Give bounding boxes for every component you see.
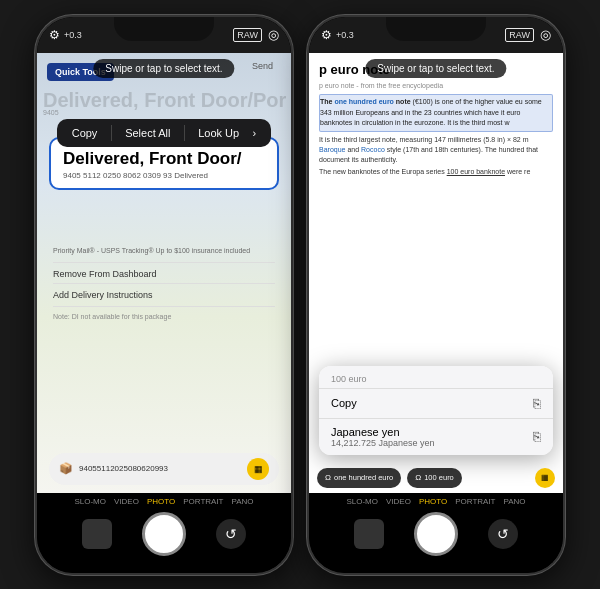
popup-copy-label: Copy xyxy=(331,397,357,409)
camera-modes-2: SLO-MO VIDEO PHOTO PORTRAIT PANO xyxy=(346,497,525,506)
settings-icon-1[interactable]: ⚙ xyxy=(49,28,60,42)
mode-video-2[interactable]: VIDEO xyxy=(386,497,411,506)
menu-divider-2 xyxy=(184,125,185,141)
look-up-button[interactable]: Look Up xyxy=(198,127,239,139)
mode-photo-1[interactable]: PHOTO xyxy=(147,497,175,506)
mode-pano-2[interactable]: PANO xyxy=(504,497,526,506)
shutter-button-1[interactable] xyxy=(142,512,186,556)
phone-2-screen: ⚙ +0.3 ▲ RAW ◎ Swipe or tap to select te… xyxy=(309,17,563,573)
pill-1-text: one hundred euro xyxy=(334,473,393,482)
popup-yen-sub: 14,212.725 Japanese yen xyxy=(331,438,435,448)
delivery-title: Delivered, Front Door/ xyxy=(63,149,265,169)
add-instructions[interactable]: Add Delivery Instructions xyxy=(53,290,275,300)
popup-header: 100 euro xyxy=(319,366,553,388)
raw-badge-2[interactable]: RAW xyxy=(505,28,534,42)
shutter-button-2[interactable] xyxy=(414,512,458,556)
send-label: Send xyxy=(252,61,273,71)
copy-icon: ⎘ xyxy=(533,396,541,411)
flip-camera-button-1[interactable]: ↺ xyxy=(216,519,246,549)
article-body-1: It is the third largest note, measuring … xyxy=(319,135,553,164)
mode-slo-mo-1[interactable]: SLO-MO xyxy=(74,497,106,506)
mode-video-1[interactable]: VIDEO xyxy=(114,497,139,506)
mode-pano-1[interactable]: PANO xyxy=(232,497,254,506)
live-text-banner-2: Swipe or tap to select text. xyxy=(365,59,506,78)
photo-thumb-2[interactable] xyxy=(354,519,384,549)
flip-camera-button-2[interactable]: ↺ xyxy=(488,519,518,549)
phone-1-notch xyxy=(114,17,214,41)
select-all-button[interactable]: Select All xyxy=(125,127,170,139)
copy-button[interactable]: Copy xyxy=(72,127,98,139)
pill-one-hundred-euro[interactable]: Ω one hundred euro xyxy=(317,468,401,488)
menu-chevron-icon: › xyxy=(253,127,257,139)
camera-settings-group-1: ⚙ +0.3 xyxy=(49,28,82,42)
conversion-popup: 100 euro Copy ⎘ Japanese yen 14,212.725 … xyxy=(319,366,553,455)
camera-bottom-1: SLO-MO VIDEO PHOTO PORTRAIT PANO ↺ xyxy=(37,493,291,573)
bg-tracking: 9405 xyxy=(43,109,59,116)
barcode-bar-1: 📦 94055112025080620993 ▦ xyxy=(49,453,279,485)
settings-icon-2[interactable]: ⚙ xyxy=(321,28,332,42)
popup-yen-info: Japanese yen 14,212.725 Japanese yen xyxy=(331,426,435,448)
phone-1-screen: ⚙ +0.3 ▲ RAW ◎ Swipe or tap to select te… xyxy=(37,17,291,573)
qr-icon: ▦ xyxy=(247,458,269,480)
priority-text: Priority Mail® - USPS Tracking® Up to $1… xyxy=(53,247,275,254)
divider-3 xyxy=(53,306,275,307)
divider-2 xyxy=(53,283,275,284)
phone-2: ⚙ +0.3 ▲ RAW ◎ Swipe or tap to select te… xyxy=(307,15,565,575)
exposure-stat-1: +0.3 xyxy=(64,30,82,40)
mode-portrait-2[interactable]: PORTRAIT xyxy=(455,497,495,506)
menu-divider-1 xyxy=(111,125,112,141)
package-icon: 📦 xyxy=(59,462,73,475)
mode-photo-2[interactable]: PHOTO xyxy=(419,497,447,506)
camera-bottom-2: SLO-MO VIDEO PHOTO PORTRAIT PANO ↺ xyxy=(309,493,563,573)
bottom-pills: Ω one hundred euro Ω 100 euro ▦ xyxy=(309,468,563,488)
camera-modes-1: SLO-MO VIDEO PHOTO PORTRAIT PANO xyxy=(74,497,253,506)
popup-inner: 100 euro Copy ⎘ Japanese yen 14,212.725 … xyxy=(319,366,553,455)
p1-main-content: Priority Mail® - USPS Tracking® Up to $1… xyxy=(53,247,275,320)
bg-delivered-text: Delivered, Front Door/Por xyxy=(43,89,291,112)
live-text-banner-1: Swipe or tap to select text. xyxy=(93,59,234,78)
exposure-stat-2: +0.3 xyxy=(336,30,354,40)
delivery-sub: 9405 5112 0250 8062 0309 93 Delivered xyxy=(63,171,265,180)
article-source: p euro note - from the free encyclopedia xyxy=(319,81,553,91)
highlighted-text-1: The one hundred euro note (€100) is one … xyxy=(319,94,553,132)
yen-copy-icon: ⎘ xyxy=(533,429,541,444)
popup-yen-label: Japanese yen xyxy=(331,426,435,438)
mode-portrait-1[interactable]: PORTRAIT xyxy=(183,497,223,506)
barcode-number: 94055112025080620993 xyxy=(79,464,168,473)
raw-badge-1[interactable]: RAW xyxy=(233,28,262,42)
omega-icon-2: Ω xyxy=(415,473,421,482)
live-photo-icon-1[interactable]: ◎ xyxy=(268,27,279,42)
remove-dashboard[interactable]: Remove From Dashboard xyxy=(53,269,275,279)
phone-1: ⚙ +0.3 ▲ RAW ◎ Swipe or tap to select te… xyxy=(35,15,293,575)
note-text: Note: DI not available for this package xyxy=(53,313,275,320)
camera-controls-1: ↺ xyxy=(37,512,291,556)
camera-settings-group-2: ⚙ +0.3 xyxy=(321,28,354,42)
mode-slo-mo-2[interactable]: SLO-MO xyxy=(346,497,378,506)
pill-2-text: 100 euro xyxy=(424,473,454,482)
omega-icon-1: Ω xyxy=(325,473,331,482)
phones-container: ⚙ +0.3 ▲ RAW ◎ Swipe or tap to select te… xyxy=(35,15,565,575)
popup-yen-row[interactable]: Japanese yen 14,212.725 Japanese yen ⎘ xyxy=(319,418,553,455)
pill-100-euro[interactable]: Ω 100 euro xyxy=(407,468,462,488)
phone-2-notch xyxy=(386,17,486,41)
live-photo-icon-2[interactable]: ◎ xyxy=(540,27,551,42)
context-menu-1[interactable]: Copy Select All Look Up › xyxy=(57,119,271,147)
qr-icon-2: ▦ xyxy=(535,468,555,488)
article-body-2: The new banknotes of the Europa series 1… xyxy=(319,167,553,177)
divider-1 xyxy=(53,262,275,263)
camera-controls-2: ↺ xyxy=(309,512,563,556)
popup-copy-row[interactable]: Copy ⎘ xyxy=(319,388,553,418)
photo-thumb-1[interactable] xyxy=(82,519,112,549)
